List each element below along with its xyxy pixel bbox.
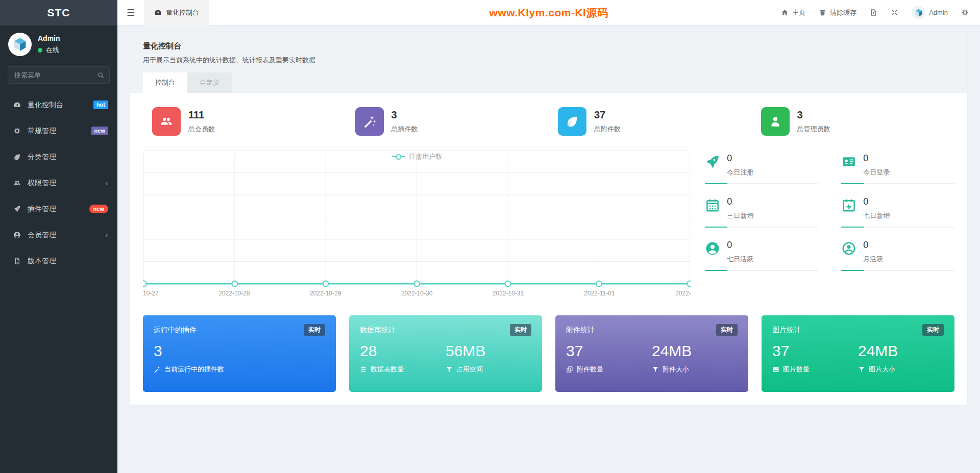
metric-label: 附件数量 <box>577 365 603 374</box>
page-title: 量化控制台 <box>143 41 954 51</box>
search-input[interactable] <box>8 66 110 84</box>
mini-stat-3day-new: 0三日新增 <box>705 196 818 228</box>
mini-value: 0 <box>863 153 890 164</box>
sidebar-item-label: 插件管理 <box>28 205 89 214</box>
card-title: 附件统计 <box>566 326 595 335</box>
sidebar-item-version[interactable]: 版本管理 <box>0 248 117 274</box>
new-badge: new <box>89 205 108 213</box>
avatar <box>912 6 925 19</box>
stats-row: 111总会员数 3总插件数 37总附件数 3总管理员数 <box>143 107 954 136</box>
file-icon <box>12 257 21 265</box>
stat-attachments: 37总附件数 <box>549 107 752 136</box>
filter-icon <box>858 366 865 373</box>
language-icon <box>870 9 877 16</box>
clear-cache-button[interactable]: 清除缓存 <box>819 8 856 17</box>
chart-x-axis: 2022-10-27 2022-10-28 2022-10-29 2022-10… <box>143 287 691 300</box>
user-circle-solid-icon <box>705 240 720 264</box>
metric-label: 当前运行中的插件数 <box>164 365 224 374</box>
site-watermark: www.KIym.com-KI源码 <box>489 6 608 20</box>
user-circle-icon <box>12 231 21 239</box>
x-tick: 2022-10-31 <box>493 290 524 297</box>
card-title: 数据库统计 <box>360 326 396 335</box>
tab-custom[interactable]: 自定义 <box>187 72 232 93</box>
panel-tabs: 控制台 自定义 <box>143 72 954 93</box>
mini-stat-7day-active: 0七日活跃 <box>705 240 818 271</box>
tab-console[interactable]: 控制台 <box>143 72 187 93</box>
chevron-left-icon: ‹ <box>105 231 108 239</box>
metric-label: 占用空间 <box>456 365 483 374</box>
calendar-icon <box>705 196 720 220</box>
home-label: 主页 <box>792 8 805 17</box>
panel-body: 111总会员数 3总插件数 37总附件数 3总管理员数 <box>130 93 967 405</box>
search-icon <box>97 71 105 80</box>
filter-icon <box>652 366 659 373</box>
stat-plugins: 3总插件数 <box>346 107 549 136</box>
user-menu[interactable]: Admin <box>912 6 948 19</box>
brand-logo: STC <box>0 0 117 26</box>
chevron-left-icon: ‹ <box>105 179 108 187</box>
fullscreen-button[interactable] <box>891 9 898 16</box>
stat-value: 3 <box>797 109 830 121</box>
stat-value: 37 <box>594 109 621 121</box>
main-content: 量化控制台 用于展示当前系统中的统计数据、统计报表及重要实时数据 控制台 自定义… <box>117 0 980 405</box>
stat-members: 111总会员数 <box>143 107 346 136</box>
realtime-cards: 运行中的插件 实时 3 当前运行中的插件数 数据库统计 实时 <box>143 315 954 392</box>
online-dot-icon <box>38 48 42 53</box>
sidebar: STC Admin 在线 量化控制台 hot 常规管理 new <box>0 0 117 473</box>
hamburger-icon[interactable]: ☰ <box>117 0 144 26</box>
card-running-plugins: 运行中的插件 实时 3 当前运行中的插件数 <box>143 315 336 392</box>
metric-value: 24MB <box>652 342 738 360</box>
sidebar-item-label: 版本管理 <box>28 257 108 266</box>
card-title: 图片统计 <box>772 326 801 335</box>
rocket-icon <box>12 205 21 213</box>
metric-value: 37 <box>772 342 858 360</box>
stat-label: 总会员数 <box>188 125 215 134</box>
trash-icon <box>819 9 826 16</box>
tab-dashboard[interactable]: 量化控制台 <box>144 0 209 26</box>
clear-cache-label: 清除缓存 <box>830 8 856 17</box>
settings-button[interactable] <box>961 9 969 16</box>
sidebar-item-dashboard[interactable]: 量化控制台 hot <box>0 92 117 118</box>
sidebar-item-members[interactable]: 会员管理 ‹ <box>0 222 117 248</box>
rocket-icon <box>705 153 720 177</box>
mini-label: 七日新增 <box>863 211 890 220</box>
card-image-stats: 图片统计 实时 37 图片数量 24MB 图片大小 <box>762 315 954 392</box>
stat-admins: 3总管理员数 <box>752 107 955 136</box>
calendar-plus-icon <box>841 196 856 220</box>
sidebar-item-label: 量化控制台 <box>28 101 93 110</box>
card-title: 运行中的插件 <box>154 326 197 335</box>
mini-stat-7day-new: 0七日新增 <box>841 196 954 228</box>
sidebar-item-plugins[interactable]: 插件管理 new <box>0 196 117 222</box>
x-tick: 2022-10-29 <box>310 290 341 297</box>
tachometer-icon <box>154 9 162 16</box>
home-button[interactable]: 主页 <box>781 8 805 17</box>
sidebar-item-general[interactable]: 常规管理 new <box>0 118 117 144</box>
card-database-stats: 数据库统计 实时 28 数据表数量 56MB 占用空间 <box>349 315 542 392</box>
metric-value: 24MB <box>858 342 944 360</box>
mini-label: 今日登录 <box>863 168 890 177</box>
sidebar-item-permission[interactable]: 权限管理 ‹ <box>0 170 117 196</box>
sidebar-item-label: 会员管理 <box>28 231 105 240</box>
line-chart-svg <box>143 150 691 287</box>
x-tick: 2022-10-27 <box>143 290 159 297</box>
stat-label: 总管理员数 <box>797 125 830 134</box>
metric-label: 图片大小 <box>869 365 895 374</box>
stat-label: 总插件数 <box>391 125 418 134</box>
mini-value: 0 <box>863 196 890 207</box>
legend-label: 注册用户数 <box>409 152 442 161</box>
mini-stats: 0今日注册 0今日登录 0三日新增 <box>705 150 954 303</box>
wand-icon <box>355 107 384 136</box>
x-tick: 2022-11-02 <box>675 290 691 297</box>
leaf-icon <box>558 107 586 136</box>
mini-value: 0 <box>727 240 753 251</box>
metric-value: 28 <box>360 342 446 360</box>
filter-icon <box>446 366 453 373</box>
sidebar-item-label: 常规管理 <box>28 127 91 136</box>
mini-stat-today-login: 0今日登录 <box>841 153 954 184</box>
sidebar-item-category[interactable]: 分类管理 <box>0 144 117 170</box>
users-icon <box>12 179 21 187</box>
language-button[interactable] <box>870 9 877 16</box>
avatar <box>8 33 32 56</box>
mini-value: 0 <box>727 153 753 164</box>
home-icon <box>781 9 789 16</box>
